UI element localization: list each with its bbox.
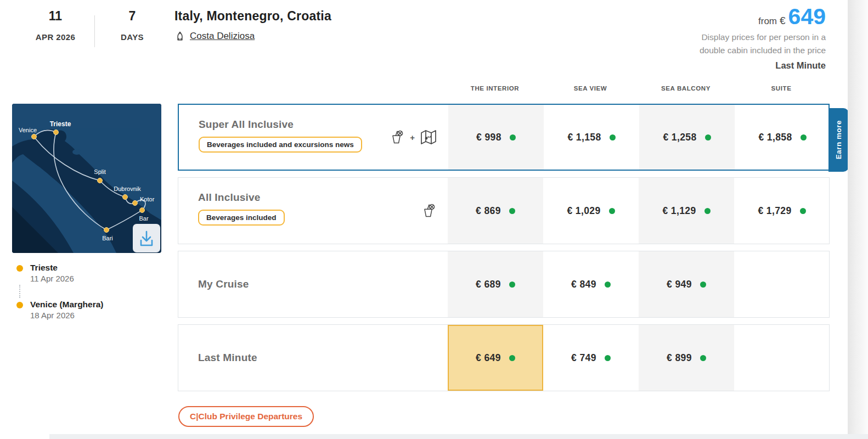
port-label-trieste: Trieste — [50, 120, 71, 128]
price-value: € 869 — [476, 205, 501, 217]
price-cell-sea-view[interactable]: € 1,029 — [543, 178, 639, 244]
drink-icon — [388, 129, 405, 145]
port-dot-bari — [104, 228, 109, 233]
price-value: € 749 — [571, 352, 596, 364]
availability-dot — [800, 208, 806, 214]
price-cell-sea-view[interactable]: € 1,158 — [544, 105, 639, 170]
price-cell-sea-balcony[interactable]: € 899 — [639, 325, 734, 391]
itinerary-stop: Trieste 11 Apr 2026 — [16, 263, 104, 283]
page-edge-band — [848, 0, 868, 439]
price-value: € 949 — [667, 279, 692, 290]
cruise-duration: 7 DAYS — [100, 9, 165, 42]
header-price-block: from € 649 Display prices for per person… — [639, 5, 826, 71]
itinerary-map[interactable]: Venice Trieste Split Dubrovnik Kotor Bar… — [12, 104, 161, 253]
price-cell-sea-view[interactable]: € 849 — [543, 251, 639, 317]
fare-icons — [420, 202, 437, 219]
fare-row-label-zone: Last Minute — [178, 325, 448, 391]
stop-name: Trieste — [30, 263, 74, 273]
earn-more-label: Earn more — [835, 120, 843, 159]
price-cell-suite — [734, 251, 830, 317]
duration-value: 7 — [100, 9, 165, 24]
next-card-edge — [49, 434, 868, 439]
fare-row-label-zone: My Cruise — [178, 251, 448, 317]
fare-row-label-zone: All InclusiveBeverages included — [178, 178, 448, 244]
availability-dot — [510, 134, 516, 140]
fare-row-label-zone: Super All InclusiveBeverages included an… — [179, 105, 448, 170]
price-cell-sea-balcony[interactable]: € 1,258 — [639, 105, 735, 170]
ship-name-link[interactable]: Costa Deliziosa — [190, 31, 255, 42]
departure-date: 11 APR 2026 — [22, 9, 89, 42]
price-cell-suite[interactable]: € 1,858 — [735, 105, 830, 170]
fare-name: All Inclusive — [198, 192, 448, 204]
availability-dot — [705, 134, 711, 140]
port-label-kotor: Kotor — [140, 196, 155, 202]
column-header-sea-balcony: SEA BALCONY — [638, 85, 734, 92]
departure-month-year: APR 2026 — [22, 32, 89, 42]
price-value: € 649 — [476, 352, 501, 364]
plus-icon: + — [410, 133, 415, 142]
duration-label: DAYS — [100, 32, 165, 42]
fare-badge: Beverages included — [198, 210, 285, 226]
price-cell-the-interior[interactable]: € 649 — [448, 325, 543, 391]
fare-row-my-cruise[interactable]: My Cruise€ 689€ 849€ 949 — [178, 251, 830, 318]
price-value: € 1,729 — [758, 205, 791, 217]
price-from-value: 649 — [788, 5, 826, 28]
fare-icons: + — [388, 129, 437, 145]
price-value: € 849 — [571, 279, 596, 290]
fare-badge: Beverages included and excursions news — [199, 137, 362, 153]
availability-dot — [700, 282, 706, 288]
itinerary-stop: Venice (Marghera) 18 Apr 2026 — [16, 300, 104, 320]
price-currency: € — [780, 15, 786, 27]
stop-name: Venice (Marghera) — [30, 300, 104, 309]
cclub-privilege-departures-button[interactable]: C|Club Privilege Departures — [178, 406, 314, 427]
port-label-bar: Bar — [139, 215, 148, 222]
availability-dot — [509, 208, 515, 214]
column-header-sea-view: SEA VIEW — [543, 85, 638, 92]
price-cell-sea-view[interactable]: € 749 — [543, 325, 639, 391]
stop-dot — [16, 265, 23, 272]
price-value: € 1,158 — [567, 132, 601, 143]
price-from-label: from — [758, 16, 777, 27]
price-cell-the-interior[interactable]: € 869 — [448, 178, 543, 244]
price-cell-sea-balcony[interactable]: € 1,129 — [639, 178, 734, 244]
fare-row-all-inclusive[interactable]: All InclusiveBeverages included€ 869€ 1,… — [178, 177, 830, 244]
best-price-category: Last Minute — [639, 60, 826, 71]
availability-dot — [700, 355, 706, 361]
price-cell-the-interior[interactable]: € 998 — [448, 105, 544, 170]
earn-more-tab[interactable]: Earn more — [828, 108, 849, 172]
map-icon — [420, 130, 437, 145]
page-title: Italy, Montenegro, Croatia — [174, 9, 331, 24]
price-cell-suite[interactable]: € 1,729 — [734, 178, 830, 244]
availability-dot — [509, 282, 515, 288]
port-label-split: Split — [94, 168, 105, 175]
cabin-column-headers: THE INTERIOR SEA VIEW SEA BALCONY SUITE — [447, 85, 829, 92]
availability-dot — [704, 208, 711, 214]
port-dot-dubrovnik — [123, 195, 128, 200]
port-dot-trieste — [54, 130, 59, 135]
map-island — [72, 149, 81, 155]
port-label-bari: Bari — [102, 235, 113, 241]
fare-row-super-all-inclusive[interactable]: Super All InclusiveBeverages included an… — [178, 104, 830, 171]
cruise-title-block: Italy, Montenegro, Croatia Costa Delizio… — [174, 9, 331, 42]
price-value: € 1,258 — [663, 132, 696, 143]
price-value: € 1,029 — [567, 205, 600, 217]
drink-icon — [420, 202, 437, 219]
fare-row-last-minute[interactable]: Last Minute€ 649€ 749€ 899 — [178, 324, 830, 391]
ship-icon — [174, 31, 185, 42]
map-download-button[interactable] — [133, 224, 160, 252]
port-dot-split — [98, 178, 103, 183]
port-dot-kotor — [133, 201, 138, 206]
availability-dot — [605, 355, 611, 361]
itinerary-list: Trieste 11 Apr 2026 Venice (Marghera) 18… — [16, 263, 104, 320]
price-cell-sea-balcony[interactable]: € 949 — [639, 251, 734, 317]
port-dot-venice — [32, 134, 37, 139]
availability-dot — [801, 134, 807, 140]
availability-dot — [605, 282, 611, 288]
availability-dot — [609, 208, 615, 214]
price-value: € 998 — [476, 132, 501, 143]
price-cell-the-interior[interactable]: € 689 — [448, 251, 543, 317]
price-cell-suite — [734, 325, 830, 391]
fare-name: My Cruise — [198, 278, 249, 290]
itinerary-connector — [19, 285, 20, 298]
stop-date: 11 Apr 2026 — [30, 274, 74, 283]
